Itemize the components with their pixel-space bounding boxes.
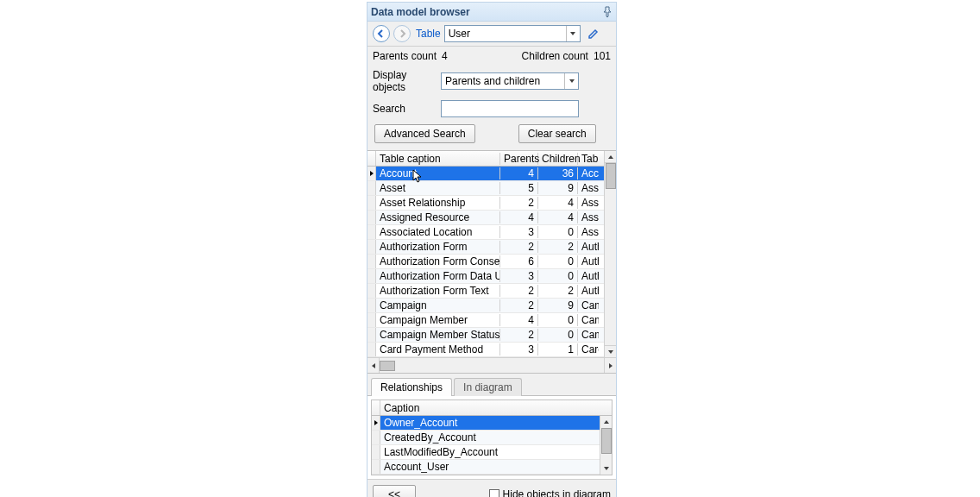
display-objects-combo[interactable] <box>441 72 579 90</box>
detail-tabs: Relationships In diagram <box>368 374 616 396</box>
table-row[interactable]: Asset59Asse <box>368 181 616 196</box>
children-count-label: Children count <box>522 50 588 62</box>
scrollbar-thumb[interactable] <box>606 163 616 189</box>
table-row[interactable]: Campaign Member Status20Cam <box>368 328 616 343</box>
hide-objects-label: Hide objects in diagram <box>503 488 611 497</box>
detail-column-caption[interactable]: Caption <box>380 402 612 414</box>
search-label: Search <box>373 103 437 115</box>
table-row[interactable]: Card Payment Method31Card <box>368 343 616 357</box>
detail-grid: Caption Owner_AccountCreatedBy_AccountLa… <box>371 399 612 475</box>
table-input[interactable] <box>445 26 566 41</box>
scroll-down-icon[interactable] <box>600 462 612 475</box>
scroll-left-icon[interactable] <box>368 358 380 373</box>
column-caption[interactable]: Table caption <box>376 153 500 165</box>
footer: << Hide objects in diagram <box>368 479 616 497</box>
display-objects-input[interactable] <box>442 73 564 89</box>
table-row[interactable]: Account436Acco <box>368 167 616 181</box>
vertical-scrollbar[interactable] <box>604 151 616 357</box>
panel-title: Data model browser <box>371 6 602 18</box>
gutter-column <box>372 400 380 415</box>
table-row[interactable]: Campaign29Cam <box>368 299 616 313</box>
table-row[interactable]: Associated Location30Asso <box>368 225 616 240</box>
grid-header: Table caption Parents Children Tabl <box>368 151 616 167</box>
scroll-down-icon[interactable] <box>605 345 616 357</box>
parents-count-value: 4 <box>442 50 448 62</box>
detail-header: Caption <box>372 400 612 416</box>
tab-in-diagram[interactable]: In diagram <box>454 378 522 396</box>
display-objects-label: Display objects <box>373 69 437 93</box>
vertical-scrollbar[interactable] <box>600 416 612 475</box>
table-label: Table <box>416 28 441 40</box>
back-page-button[interactable]: << <box>373 485 416 497</box>
children-count-value: 101 <box>594 50 611 62</box>
horizontal-scrollbar[interactable] <box>368 357 616 373</box>
scrollbar-thumb[interactable] <box>601 428 612 454</box>
scroll-right-icon[interactable] <box>604 358 616 373</box>
advanced-search-button[interactable]: Advanced Search <box>374 124 475 143</box>
table-row[interactable]: Authorization Form Data Use30Auth <box>368 269 616 284</box>
checkbox-box[interactable] <box>489 489 499 497</box>
back-button[interactable] <box>373 25 390 42</box>
edit-icon[interactable] <box>587 28 600 40</box>
column-children[interactable]: Children <box>538 153 578 165</box>
table-row[interactable]: Authorization Form Text22Auth <box>368 284 616 299</box>
parents-count-label: Parents count <box>373 50 437 62</box>
search-input[interactable] <box>441 100 579 117</box>
counts-row: Parents count 4 Children count 101 <box>368 47 616 66</box>
scroll-up-icon[interactable] <box>600 416 612 428</box>
list-item[interactable]: Owner_Account <box>372 416 612 431</box>
column-parents[interactable]: Parents <box>500 153 538 165</box>
titlebar: Data model browser <box>368 3 616 22</box>
list-item[interactable]: Account_User <box>372 460 612 475</box>
scrollbar-thumb[interactable] <box>380 361 395 371</box>
table-row[interactable]: Campaign Member40Cam <box>368 313 616 328</box>
table-combo[interactable] <box>444 25 581 42</box>
chevron-down-icon[interactable] <box>566 26 580 41</box>
search-row: Search <box>368 97 616 121</box>
column-extra[interactable]: Tabl <box>578 153 599 165</box>
table-row[interactable]: Authorization Form22Auth <box>368 240 616 255</box>
clear-search-button[interactable]: Clear search <box>518 124 596 143</box>
table-row[interactable]: Assigned Resource44Assi <box>368 211 616 225</box>
table-row[interactable]: Authorization Form Consent60Auth <box>368 255 616 269</box>
gutter-column <box>368 151 376 166</box>
data-model-browser-panel: Data model browser Table <box>367 2 617 497</box>
display-objects-row: Display objects <box>368 66 616 97</box>
chevron-down-icon[interactable] <box>564 73 578 89</box>
search-buttons-row: Advanced Search Clear search <box>368 121 616 150</box>
hide-objects-checkbox[interactable]: Hide objects in diagram <box>489 488 611 497</box>
list-item[interactable]: LastModifiedBy_Account <box>372 445 612 460</box>
list-item[interactable]: CreatedBy_Account <box>372 431 612 445</box>
pin-icon[interactable] <box>602 6 612 18</box>
navigation-toolbar: Table <box>368 22 616 47</box>
forward-button[interactable] <box>393 25 411 42</box>
main-grid: Table caption Parents Children Tabl Acco… <box>368 150 616 374</box>
scroll-up-icon[interactable] <box>605 151 616 163</box>
table-row[interactable]: Asset Relationship24Asse <box>368 196 616 211</box>
tab-relationships[interactable]: Relationships <box>371 378 452 396</box>
